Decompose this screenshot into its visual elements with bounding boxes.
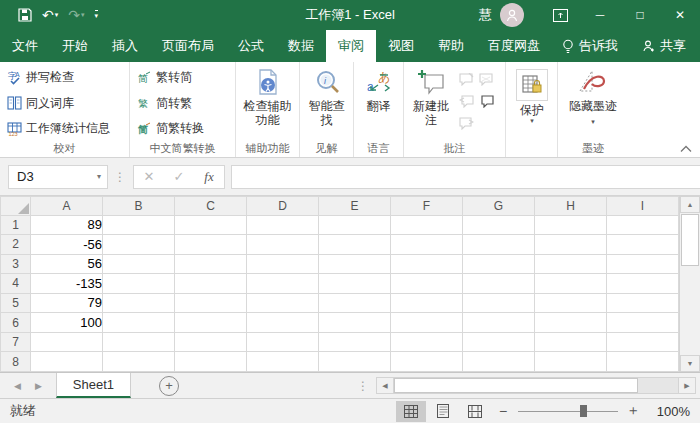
tab-review[interactable]: 审阅 [326,30,376,62]
user-avatar[interactable] [500,3,524,27]
cell-F2[interactable] [391,235,463,255]
customize-qat-button[interactable]: ▾ [91,2,103,28]
tab-help[interactable]: 帮助 [426,30,476,62]
cell-B1[interactable] [103,215,175,235]
cell-H7[interactable] [535,332,607,352]
ribbon-display-options-button[interactable] [540,0,580,30]
simplified-to-traditional-button[interactable]: 繁 简转繁 [134,93,231,114]
confirm-entry-button[interactable]: ✓ [164,169,194,184]
maximize-button[interactable]: □ [620,0,660,30]
cell-I2[interactable] [607,235,679,255]
page-layout-view-button[interactable] [428,401,458,422]
previous-comment-icon[interactable] [459,95,474,108]
cell-G2[interactable] [463,235,535,255]
vertical-scroll-thumb[interactable] [681,214,699,266]
zoom-level[interactable]: 100% [646,404,690,419]
cell-F6[interactable] [391,313,463,333]
check-accessibility-button[interactable]: 检查辅助功能 [240,65,295,141]
zoom-out-button[interactable]: − [492,403,514,419]
cell-H8[interactable] [535,352,607,372]
cell-A6[interactable]: 100 [31,313,103,333]
cell-F4[interactable] [391,274,463,294]
cell-E4[interactable] [319,274,391,294]
cell-H4[interactable] [535,274,607,294]
cell-H1[interactable] [535,215,607,235]
tab-file[interactable]: 文件 [0,30,50,62]
cell-A8[interactable] [31,352,103,372]
new-comment-button[interactable]: 新建批注 [408,65,454,141]
formula-input[interactable] [231,165,700,189]
cell-B8[interactable] [103,352,175,372]
column-header-A[interactable]: A [31,197,103,216]
cell-E8[interactable] [319,352,391,372]
cell-I1[interactable] [607,215,679,235]
cell-D7[interactable] [247,332,319,352]
cell-G5[interactable] [463,293,535,313]
minimize-button[interactable]: ─ [580,0,620,30]
next-sheet-button[interactable]: ▶ [35,381,42,391]
tab-page-layout[interactable]: 页面布局 [150,30,226,62]
scroll-left-button[interactable]: ◀ [376,377,394,394]
page-break-preview-button[interactable] [460,401,490,422]
row-header-6[interactable]: 6 [1,313,31,333]
column-header-G[interactable]: G [463,197,535,216]
cell-I7[interactable] [607,332,679,352]
sheet-tab-sheet1[interactable]: Sheet1 [56,373,131,398]
protect-button[interactable]: 保护 ▾ [510,65,554,125]
zoom-slider-thumb[interactable] [580,405,587,417]
tab-formulas[interactable]: 公式 [226,30,276,62]
column-header-I[interactable]: I [607,197,679,216]
cell-G8[interactable] [463,352,535,372]
cell-A2[interactable]: -56 [31,235,103,255]
cell-F1[interactable] [391,215,463,235]
cell-D5[interactable] [247,293,319,313]
cell-C5[interactable] [175,293,247,313]
tell-me-button[interactable]: 告诉我 [552,30,628,62]
cell-B4[interactable] [103,274,175,294]
cell-B7[interactable] [103,332,175,352]
cell-B6[interactable] [103,313,175,333]
tab-data[interactable]: 数据 [276,30,326,62]
normal-view-button[interactable] [396,401,426,422]
cell-E2[interactable] [319,235,391,255]
cell-G3[interactable] [463,254,535,274]
cell-H6[interactable] [535,313,607,333]
tab-scroll-splitter[interactable]: ⋮ [357,379,370,393]
cell-I8[interactable] [607,352,679,372]
translate-button[interactable]: あa 翻译 [362,65,396,141]
cell-I3[interactable] [607,254,679,274]
thesaurus-button[interactable]: 同义词库 [4,93,125,114]
cell-E1[interactable] [319,215,391,235]
scroll-up-button[interactable]: ▲ [680,196,700,213]
zoom-in-button[interactable]: ＋ [622,402,644,420]
formula-bar-splitter[interactable]: ⋮ [114,170,127,184]
share-button[interactable]: 共享 [628,30,700,62]
save-button[interactable] [14,2,36,28]
cell-C4[interactable] [175,274,247,294]
show-hide-comment-icon[interactable] [479,73,494,86]
close-button[interactable]: ✕ [660,0,700,30]
select-all-corner[interactable] [1,197,31,216]
cell-D2[interactable] [247,235,319,255]
tab-home[interactable]: 开始 [50,30,100,62]
cell-F3[interactable] [391,254,463,274]
cancel-entry-button[interactable]: ✕ [134,169,164,184]
cell-C6[interactable] [175,313,247,333]
name-box[interactable]: D3 ▾ [8,165,108,189]
traditional-to-simplified-button[interactable]: 简 繁转简 [134,67,231,88]
column-header-F[interactable]: F [391,197,463,216]
cell-B3[interactable] [103,254,175,274]
vertical-scrollbar[interactable]: ▲ ▼ [679,196,700,372]
cell-D1[interactable] [247,215,319,235]
horizontal-scrollbar[interactable]: ◀ ▶ [376,377,696,394]
column-header-D[interactable]: D [247,197,319,216]
undo-button[interactable]: ↶ ▾ [38,2,62,28]
column-header-E[interactable]: E [319,197,391,216]
redo-button[interactable]: ↷ ▾ [64,2,88,28]
cell-A4[interactable]: -135 [31,274,103,294]
show-all-comments-icon[interactable] [479,95,494,108]
cell-A3[interactable]: 56 [31,254,103,274]
cell-F7[interactable] [391,332,463,352]
previous-sheet-button[interactable]: ◀ [14,381,21,391]
row-header-8[interactable]: 8 [1,352,31,372]
